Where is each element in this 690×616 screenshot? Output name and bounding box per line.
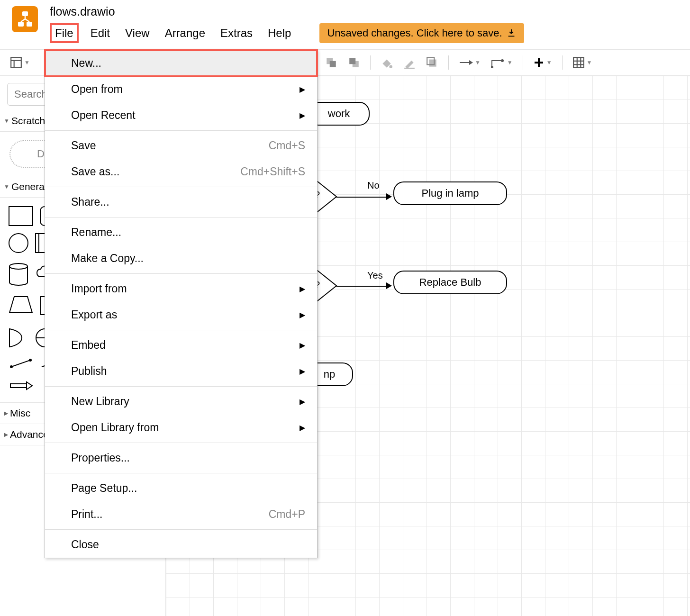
file-menu-item-make-a-copy[interactable]: Make a Copy... [45,245,317,272]
panel-misc-label: Misc [10,408,30,419]
download-icon [506,28,517,38]
header: flows.drawio File Edit View Arrange Extr… [0,0,690,50]
file-menu-item-open-recent[interactable]: Open Recent▶ [45,102,317,128]
shape-circle[interactable] [9,233,28,253]
menu-separator [45,443,317,443]
arrow-icon [459,58,473,67]
menu-extras[interactable]: Extras [217,25,256,41]
arrow-head-2 [386,282,392,289]
menu-item-label: Open from [71,83,123,96]
node-replace[interactable]: Replace Bulb [393,271,507,294]
svg-point-16 [491,66,493,68]
toolbar-line-color[interactable] [400,54,418,71]
file-menu-item-new-library[interactable]: New Library▶ [45,389,317,415]
to-front-icon [325,56,337,69]
toolbar-insert[interactable]: ▼ [530,55,555,70]
shape-thick-arrow[interactable] [9,379,33,394]
toolbar-to-front[interactable] [322,54,340,71]
shape-trapezoid[interactable] [9,296,33,321]
file-menu-item-rename[interactable]: Rename... [45,219,317,245]
shape-cylinder[interactable] [9,263,28,289]
menu-item-label: New... [71,57,101,70]
file-menu-item-open-library-from[interactable]: Open Library from▶ [45,415,317,441]
svg-point-17 [501,59,504,62]
menu-file[interactable]: File [50,23,79,43]
svg-rect-7 [330,61,336,67]
svg-line-53 [11,360,30,367]
pencil-icon [403,56,416,69]
menu-shortcut: Cmd+Shift+S [240,165,305,178]
svg-rect-11 [404,68,415,69]
menu-separator [45,187,317,187]
caret-icon: ▼ [24,59,30,66]
document-title[interactable]: flows.drawio [50,2,681,18]
file-menu-item-export-as[interactable]: Export as▶ [45,302,317,328]
menu-item-label: Close [71,538,99,551]
shape-line-dots[interactable] [9,357,33,372]
svg-rect-3 [11,57,21,68]
toolbar-waypoint[interactable]: ▼ [488,55,516,70]
menu-separator [45,273,317,274]
shape-half-circle[interactable] [9,328,28,350]
file-menu-item-share[interactable]: Share... [45,189,317,215]
menu-separator [45,529,317,530]
menu-item-label: Export as [71,308,117,321]
menu-item-label: Share... [71,196,109,208]
panel-general-label: General [11,181,47,192]
toolbar-connection[interactable]: ▼ [456,56,483,69]
menu-item-label: New Library [71,395,129,408]
toolbar-separator [448,55,449,70]
submenu-arrow-icon: ▶ [300,423,305,432]
svg-rect-2 [27,22,32,27]
file-menu-item-save[interactable]: SaveCmd+S [45,133,317,159]
caret-icon: ▼ [546,59,552,66]
menu-view[interactable]: View [122,25,153,41]
menu-item-label: Publish [71,365,107,378]
drawio-logo-icon [16,10,34,28]
toolbar-fill[interactable] [378,54,396,71]
toolbar-table[interactable]: ▼ [570,54,595,71]
waypoint-icon [491,57,505,68]
shadow-icon [426,56,438,69]
toolbar-layout[interactable]: ▼ [7,54,33,71]
submenu-arrow-icon: ▶ [300,341,305,350]
submenu-arrow-icon: ▶ [300,284,305,293]
arrow-head-1 [386,193,392,200]
node-plug[interactable]: Plug in lamp [393,181,507,205]
file-menu-item-properties[interactable]: Properties... [45,445,317,471]
file-menu-item-print[interactable]: Print...Cmd+P [45,501,317,527]
menu-separator [45,386,317,387]
file-menu-item-publish[interactable]: Publish▶ [45,358,317,384]
menu-shortcut: Cmd+S [269,139,305,152]
menu-edit[interactable]: Edit [87,25,113,41]
file-menu-item-open-from[interactable]: Open from▶ [45,76,317,102]
submenu-arrow-icon: ▶ [300,310,305,319]
menu-help[interactable]: Help [264,25,294,41]
toolbar-to-back[interactable] [345,54,363,71]
submenu-arrow-icon: ▶ [300,397,305,406]
layout-icon [10,56,22,69]
menu-arrange[interactable]: Arrange [162,25,209,41]
menu-item-label: Make a Copy... [71,252,144,265]
menu-item-label: Rename... [71,226,121,239]
file-menu-item-import-from[interactable]: Import from▶ [45,276,317,302]
shape-rectangle[interactable] [9,206,33,226]
menu-item-label: Open Recent [71,109,136,122]
menu-item-label: Import from [71,282,127,295]
unsaved-changes-banner[interactable]: Unsaved changes. Click here to save. [319,23,524,43]
svg-rect-59 [10,384,27,388]
file-menu-item-new[interactable]: New... [45,50,317,76]
unsaved-changes-text: Unsaved changes. Click here to save. [327,27,502,39]
file-menu-item-embed[interactable]: Embed▶ [45,332,317,358]
menu-item-label: Properties... [71,452,130,464]
caret-icon: ▼ [587,59,592,66]
edge-yes: Yes [367,270,383,281]
toolbar-shadow[interactable] [423,54,441,71]
menu-item-label: Save as... [71,165,119,178]
file-menu-item-page-setup[interactable]: Page Setup... [45,475,317,501]
collapse-icon: ▼ [4,118,9,124]
file-menu-item-save-as[interactable]: Save as...Cmd+Shift+S [45,159,317,185]
svg-rect-9 [349,58,355,64]
file-menu-item-close[interactable]: Close [45,532,317,558]
submenu-arrow-icon: ▶ [300,85,305,94]
